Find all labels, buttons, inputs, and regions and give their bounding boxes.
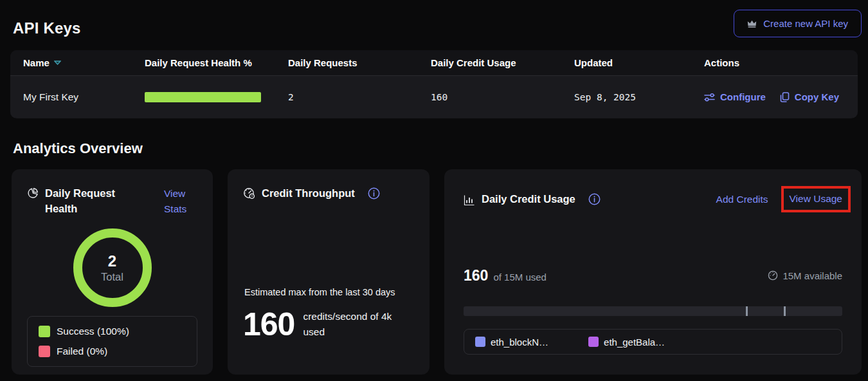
analytics-cards: Daily Request Health View Stats 2 Total … [12,169,862,375]
card-title-daily-request-health: Daily Request Health [45,186,127,217]
eth-blocknumber-label: eth_blockN… [491,337,548,348]
credits-used-label: of 15M used [493,272,547,283]
api-keys-page: { "header": { "title": "API Keys", "crea… [0,0,868,381]
configure-button[interactable]: Configure [704,91,766,102]
donut-total-label: Total [101,271,123,283]
actions-cell: Configure Copy Key [704,91,858,102]
table-header-row: Name Daily Request Health % Daily Reques… [10,50,858,76]
info-icon[interactable] [588,193,601,205]
eth-blocknumber-swatch [475,337,485,347]
key-name-cell: My First Key [23,91,145,103]
card-title-daily-credit-usage: Daily Credit Usage [482,192,575,207]
health-bar [145,92,261,102]
eth-getbalance-swatch [588,337,599,347]
credits-used-value: 160 [464,267,488,284]
gauge-icon [243,187,255,200]
annotation-highlight-box: View Usage [781,186,851,212]
progress-tick [746,306,748,316]
page-title: API Keys [13,19,81,37]
daily-credit-usage-cell: 160 [431,92,574,102]
info-icon[interactable] [368,187,380,200]
column-header-actions: Actions [704,57,858,68]
updated-cell: Sep 8, 2025 [574,92,704,102]
api-keys-table: Name Daily Request Health % Daily Reques… [10,50,858,118]
card-title-credit-throughput: Credit Throughput [262,186,355,201]
usage-legend: eth_blockN… eth_getBala… [464,329,842,355]
column-header-requests: Daily Requests [288,57,431,68]
copy-key-button[interactable]: Copy Key [780,91,839,102]
failed-label: Failed (0%) [57,346,107,357]
legend-item-failed: Failed (0%) [39,346,186,357]
eth-getbalance-label: eth_getBala… [604,337,665,348]
column-header-name[interactable]: Name [23,57,145,68]
credit-usage-progress-bar [464,306,842,316]
view-stats-link[interactable]: View Stats [164,186,197,217]
gauge-small-icon [768,270,778,281]
bar-chart-icon [464,194,475,206]
pie-chart-icon [27,187,39,199]
daily-credit-usage-card: Daily Credit Usage Add Credits View Usag… [444,169,862,375]
column-header-health: Daily Request Health % [145,57,288,68]
crown-icon [747,19,757,28]
configure-label: Configure [720,91,766,102]
analytics-overview-title: Analytics Overview [13,140,143,157]
progress-tick [784,306,786,316]
throughput-suffix: credits/second of 4k used [303,309,415,340]
column-header-name-label: Name [23,57,50,68]
table-row: My First Key 2 160 Sep 8, 2025 Configure [10,76,858,118]
sliders-icon [704,93,715,102]
legend-item-eth-getbalance: eth_getBala… [588,337,665,348]
view-usage-link[interactable]: View Usage [790,193,842,204]
credits-available-label: 15M available [782,270,842,281]
health-legend: Success (100%) Failed (0%) [27,316,197,367]
credit-throughput-card: Credit Throughput Estimated max from the… [228,169,429,375]
throughput-subtitle: Estimated max from the last 30 days [244,287,395,297]
copy-key-label: Copy Key [795,91,839,102]
create-api-key-label: Create new API key [763,18,848,29]
donut-total-value: 2 [108,252,116,270]
legend-item-success: Success (100%) [39,326,186,337]
column-header-credit-usage: Daily Credit Usage [431,57,574,68]
success-swatch [39,326,50,337]
column-header-updated: Updated [574,57,704,68]
daily-requests-cell: 2 [288,92,431,102]
copy-icon [780,92,790,102]
create-api-key-button[interactable]: Create new API key [734,10,862,37]
health-bar-cell [145,92,288,102]
success-label: Success (100%) [57,326,129,337]
daily-request-health-card: Daily Request Health View Stats 2 Total … [12,169,213,375]
sort-down-icon [54,60,61,65]
add-credits-link[interactable]: Add Credits [716,192,768,207]
legend-item-eth-blocknumber: eth_blockN… [475,337,548,348]
request-health-donut-chart: 2 Total [73,228,152,307]
failed-swatch [39,346,50,357]
throughput-value: 160 [243,306,294,343]
